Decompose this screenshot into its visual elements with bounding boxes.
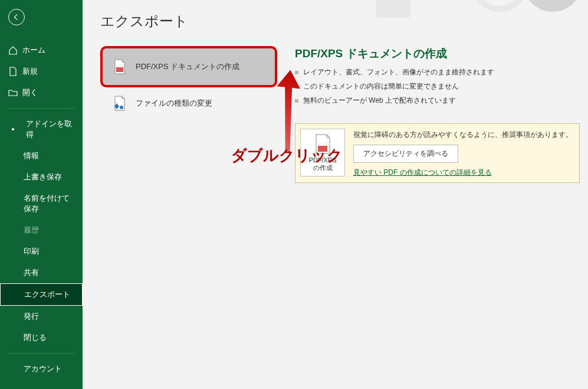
- sidebar-item-export[interactable]: エクスポート: [0, 283, 83, 306]
- sidebar-label: 情報: [24, 151, 39, 161]
- page-title: エクスポート: [100, 12, 588, 31]
- bullet-icon: [12, 128, 14, 130]
- svg-point-4: [120, 106, 123, 109]
- option-label: ファイルの種類の変更: [136, 98, 212, 109]
- sidebar-item-close[interactable]: 閉じる: [0, 327, 83, 348]
- sidebar-item-print[interactable]: 印刷: [0, 241, 83, 262]
- arrow-left-icon: [12, 13, 21, 21]
- sidebar-label: 共有: [24, 267, 39, 278]
- sidebar-divider: [8, 108, 74, 109]
- sidebar-label: エクスポート: [24, 289, 70, 300]
- sidebar-item-get-addins[interactable]: アドインを取得: [0, 113, 83, 145]
- svg-rect-5: [318, 146, 327, 152]
- create-pdf-xps-button[interactable]: PDF/XPS の作成: [300, 129, 345, 176]
- pdf-document-icon: [113, 59, 126, 74]
- sidebar-item-share[interactable]: 共有: [0, 262, 83, 283]
- sidebar-item-save-as[interactable]: 名前を付けて保存: [0, 188, 83, 220]
- sidebar-label: 発行: [24, 311, 39, 322]
- sidebar-item-save[interactable]: 上書き保存: [0, 166, 83, 188]
- sidebar-divider: [8, 353, 74, 354]
- sidebar-label: 印刷: [24, 246, 39, 257]
- backstage-sidebar: ホーム 新規 開く アドインを取得 情報 上書き保存 名前を付けて保存 履歴 印…: [0, 0, 83, 389]
- accessibility-text: 視覚に障碍のある方が読みやすくなるように、推奨事項があります。: [353, 130, 574, 140]
- sidebar-label: 名前を付けて保存: [24, 193, 74, 214]
- option-change-file-type[interactable]: ファイルの種類の変更: [100, 87, 277, 119]
- sidebar-label: アドインを取得: [26, 119, 74, 140]
- sidebar-label: アカウント: [24, 364, 62, 374]
- svg-point-1: [473, 0, 526, 9]
- sidebar-label: 上書き保存: [24, 172, 62, 182]
- back-button[interactable]: [8, 9, 25, 25]
- detail-title: PDF/XPS ドキュメントの作成: [295, 46, 580, 61]
- home-icon: [8, 45, 18, 55]
- sidebar-label: ホーム: [22, 45, 45, 55]
- sidebar-item-history: 履歴: [0, 220, 83, 241]
- pdf-document-icon: [314, 134, 331, 154]
- sidebar-item-publish[interactable]: 発行: [0, 306, 83, 327]
- check-accessibility-button[interactable]: アクセシビリティを調べる: [353, 145, 458, 163]
- detail-panel: PDF/XPS ドキュメントの作成 レイアウト、書式、フォント、画像がそのまま維…: [295, 46, 588, 183]
- create-btn-label-1: PDF/XPS: [302, 156, 343, 164]
- export-options: PDF/XPS ドキュメントの作成 ファイルの種類の変更: [100, 46, 277, 183]
- svg-point-2: [523, 0, 582, 12]
- accessibility-box: PDF/XPS の作成 視覚に障碍のある方が読みやすくなるように、推奨事項があり…: [295, 123, 580, 183]
- sidebar-item-account[interactable]: アカウント: [0, 358, 83, 380]
- new-file-icon: [8, 67, 18, 76]
- option-create-pdf-xps[interactable]: PDF/XPS ドキュメントの作成: [100, 46, 277, 87]
- option-label: PDF/XPS ドキュメントの作成: [136, 61, 239, 72]
- detail-bullet: 無料のビューアーが Web 上で配布されています: [295, 96, 580, 106]
- detail-bullet-list: レイアウト、書式、フォント、画像がそのまま維持されます このドキュメントの内容は…: [295, 67, 580, 106]
- sidebar-label: 開く: [22, 87, 38, 98]
- create-btn-label-2: の作成: [302, 164, 343, 172]
- accessibility-link[interactable]: 見やすい PDF の作成についての詳細を見る: [353, 168, 492, 176]
- sidebar-label: 履歴: [24, 225, 39, 236]
- sidebar-label: 閉じる: [24, 332, 47, 343]
- sidebar-item-info[interactable]: 情報: [0, 145, 83, 166]
- detail-bullet: このドキュメントの内容は簡単に変更できません: [295, 81, 580, 91]
- sidebar-item-home[interactable]: ホーム: [0, 40, 83, 61]
- svg-rect-3: [116, 67, 123, 72]
- sidebar-label: 新規: [22, 66, 38, 77]
- open-folder-icon: [8, 88, 18, 97]
- main-content: エクスポート PDF/XPS ドキュメントの作成 ファイルの種類の変更: [83, 0, 588, 389]
- detail-bullet: レイアウト、書式、フォント、画像がそのまま維持されます: [295, 67, 580, 77]
- sidebar-item-open[interactable]: 開く: [0, 82, 83, 103]
- change-file-type-icon: [113, 96, 126, 111]
- sidebar-item-new[interactable]: 新規: [0, 61, 83, 82]
